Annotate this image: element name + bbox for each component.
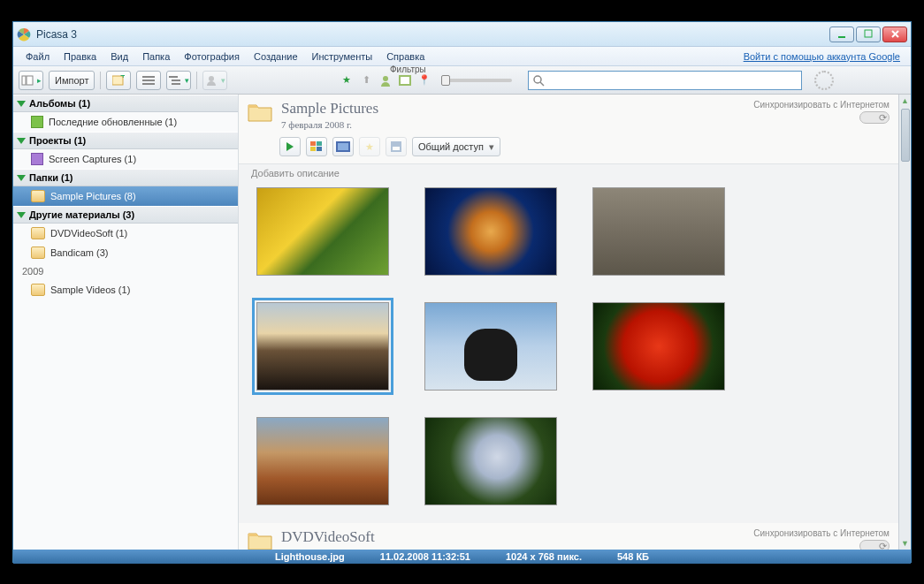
thumbnail-grid: [239, 187, 898, 523]
import-button[interactable]: Импорт: [49, 71, 95, 90]
menu-tools[interactable]: Инструменты: [305, 49, 380, 64]
sync-toggle[interactable]: ⟳: [859, 111, 890, 124]
statusbar: Lighthouse.jpg 11.02.2008 11:32:51 1024 …: [13, 550, 911, 564]
save-button[interactable]: [386, 137, 407, 156]
play-button[interactable]: [279, 137, 301, 156]
svg-rect-10: [169, 76, 178, 78]
sidebar-cat-other[interactable]: Другие материалы (3): [13, 206, 238, 224]
filters-label: Фильтры: [390, 64, 426, 74]
google-login-link[interactable]: Войти с помощью аккаунта Google: [744, 51, 905, 62]
share-button[interactable]: Общий доступ▾: [412, 137, 500, 156]
menu-edit[interactable]: Правка: [57, 49, 103, 64]
sidebar-item-samplevideos[interactable]: Sample Videos (1): [13, 280, 238, 300]
folder-icon: [31, 246, 45, 259]
content-area: Альбомы (1) Последние обновленные (1) Пр…: [13, 95, 911, 550]
scroll-up-icon[interactable]: ▲: [899, 95, 911, 107]
menu-help[interactable]: Справка: [379, 49, 431, 64]
sidebar-item-samplepictures[interactable]: Sample Pictures (8): [13, 186, 238, 206]
thumbnail-desert[interactable]: [256, 417, 389, 505]
thumbnail-jellyfish[interactable]: [424, 187, 557, 276]
minimize-button[interactable]: [829, 27, 854, 42]
sidebar-cat-projects[interactable]: Проекты (1): [13, 132, 238, 149]
list-view-button[interactable]: [136, 71, 161, 90]
people-button[interactable]: ▾: [202, 71, 227, 90]
layout-icon: [21, 74, 34, 87]
svg-point-13: [209, 76, 214, 81]
sidebar-cat-label: Другие материалы (3): [29, 209, 134, 220]
svg-rect-20: [317, 141, 322, 146]
close-button[interactable]: [882, 27, 907, 42]
search-box[interactable]: [528, 71, 802, 90]
svg-rect-9: [142, 83, 155, 85]
sidebar-item-label: DVDVideoSoft (1): [50, 228, 127, 239]
folder-toolbar: ★ Общий доступ▾: [239, 135, 898, 163]
import-label: Импорт: [55, 75, 88, 86]
svg-rect-24: [338, 143, 348, 150]
status-filename: Lighthouse.jpg: [275, 551, 345, 562]
titlebar: Picasa 3: [13, 22, 911, 47]
sidebar-cat-albums[interactable]: Альбомы (1): [13, 95, 238, 112]
movie-filter-icon[interactable]: [397, 72, 413, 88]
sidebar-item-label: Sample Videos (1): [50, 284, 130, 295]
share-label: Общий доступ: [418, 141, 484, 152]
status-dimensions: 1024 x 768 пикс.: [506, 551, 582, 562]
movie-button[interactable]: [332, 137, 354, 156]
tree-view-button[interactable]: ▾: [166, 71, 191, 90]
sidebar-cat-label: Проекты (1): [29, 135, 86, 146]
menu-file[interactable]: Файл: [19, 49, 57, 64]
layout-switch-button[interactable]: ▸: [19, 71, 43, 90]
sidebar-item-label: Последние обновленные (1): [49, 117, 177, 127]
svg-rect-3: [22, 76, 26, 85]
folder-header: Sample Pictures 7 февраля 2008 г. Синхро…: [239, 95, 898, 135]
scrollbar-thumb[interactable]: [901, 109, 910, 162]
geo-filter-icon[interactable]: 📍: [416, 72, 432, 88]
folder-description-hint[interactable]: Добавить описание: [239, 164, 898, 187]
app-window: Picasa 3 Файл Правка Вид Папка Фотографи…: [12, 21, 912, 563]
sidebar-item-recent[interactable]: Последние обновленные (1): [13, 112, 238, 132]
sidebar-item-bandicam[interactable]: Bandicam (3): [13, 243, 238, 262]
disk-icon: [391, 141, 401, 152]
zoom-slider[interactable]: [441, 79, 512, 82]
menu-create[interactable]: Создание: [247, 49, 305, 64]
upload-filter-icon[interactable]: ⬆: [358, 72, 374, 88]
collage-button[interactable]: [306, 137, 327, 156]
sidebar-item-screencaptures[interactable]: Screen Captures (1): [13, 149, 238, 169]
sidebar-item-dvdvideosoft[interactable]: DVDVideoSoft (1): [13, 224, 238, 243]
svg-text:+: +: [120, 75, 125, 80]
activity-spinner-icon: [814, 71, 834, 90]
folder-section: Sample Pictures 7 февраля 2008 г. Синхро…: [239, 95, 898, 523]
menu-photo[interactable]: Фотография: [177, 49, 247, 64]
face-filter-icon[interactable]: [378, 72, 393, 88]
sync-toggle[interactable]: ⟳: [859, 540, 890, 550]
folder-icon: [31, 190, 45, 202]
vertical-scrollbar[interactable]: ▲ ▼: [898, 95, 911, 550]
chevron-down-icon: ▾: [221, 76, 225, 85]
thumbnail-penguins[interactable]: [424, 302, 557, 391]
menu-folder[interactable]: Папка: [135, 49, 177, 64]
thumbnail-hydrangeas[interactable]: [424, 417, 557, 505]
search-input[interactable]: [545, 75, 798, 86]
menu-view[interactable]: Вид: [103, 49, 135, 64]
folder-header: DVDVideoSoft 31 июля 2012 г. Синхронизир…: [239, 523, 898, 550]
star-button[interactable]: ★: [359, 137, 380, 156]
thumbnail-chrysanthemum[interactable]: [592, 302, 725, 391]
thumbnail-tulips[interactable]: [256, 187, 389, 276]
svg-rect-8: [142, 80, 155, 81]
add-folder-button[interactable]: +: [106, 71, 131, 90]
collage-icon: [310, 141, 323, 152]
maximize-button[interactable]: [856, 27, 881, 42]
folder-title: Sample Pictures: [281, 100, 378, 118]
thumbnail-koala[interactable]: [592, 187, 725, 276]
sidebar-item-label: Bandicam (3): [50, 247, 108, 258]
plus-folder-icon: +: [112, 75, 125, 86]
window-title: Picasa 3: [36, 28, 829, 41]
thumbnail-lighthouse[interactable]: [256, 302, 389, 391]
svg-rect-21: [310, 147, 316, 151]
status-filesize: 548 КБ: [617, 551, 649, 562]
svg-rect-19: [310, 141, 316, 146]
svg-rect-4: [27, 76, 33, 85]
scroll-down-icon[interactable]: ▼: [899, 537, 911, 550]
folder-section: DVDVideoSoft 31 июля 2012 г. Синхронизир…: [239, 523, 898, 550]
sidebar-cat-folders[interactable]: Папки (1): [13, 169, 238, 186]
star-filter-icon[interactable]: ★: [339, 72, 355, 88]
